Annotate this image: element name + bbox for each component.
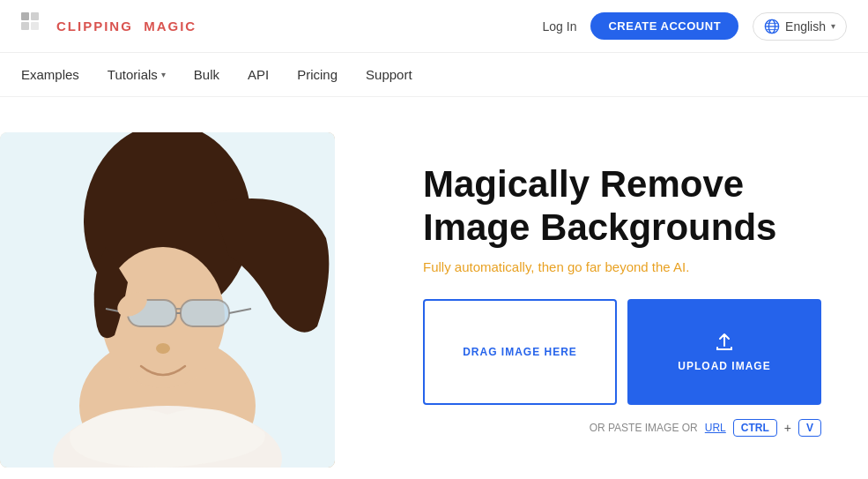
drag-drop-label: DRAG IMAGE HERE — [463, 346, 577, 358]
globe-icon — [764, 19, 780, 34]
svg-rect-1 — [31, 12, 39, 20]
paste-url-link[interactable]: URL — [705, 422, 726, 434]
login-link[interactable]: Log In — [543, 19, 577, 34]
logo[interactable]: CLIPPING MAGIC — [21, 12, 197, 41]
language-selector[interactable]: English ▾ — [753, 12, 847, 41]
hero-title-line1: Magically Remove — [423, 163, 744, 205]
hero-content: Magically Remove Image Backgrounds Fully… — [370, 163, 821, 437]
svg-rect-2 — [21, 22, 29, 30]
logo-icon — [21, 12, 49, 41]
svg-rect-15 — [181, 300, 229, 326]
hero-image-area — [0, 132, 370, 468]
tutorials-dropdown-icon: ▾ — [161, 70, 166, 79]
nav-label-bulk: Bulk — [194, 67, 219, 82]
logo-text-main: CLIPPING — [56, 19, 133, 34]
hero-person-image — [0, 132, 335, 468]
hero-title-line2: Image Backgrounds — [423, 206, 776, 248]
nav-label-api: API — [248, 67, 269, 82]
hero-title: Magically Remove Image Backgrounds — [423, 163, 821, 249]
nav-label-tutorials: Tutorials — [108, 67, 158, 82]
hero-section: Magically Remove Image Backgrounds Fully… — [0, 97, 868, 479]
logo-text-accent: MAGIC — [144, 19, 197, 34]
svg-rect-0 — [21, 12, 29, 20]
header-right: Log In CREATE ACCOUNT English ▾ — [543, 12, 847, 41]
upload-button-label: UPLOAD IMAGE — [678, 360, 770, 372]
nav: Examples Tutorials ▾ Bulk API Pricing Su… — [0, 53, 868, 97]
plus-sign: + — [784, 421, 791, 435]
hero-subtitle: Fully automatically, then go far beyond … — [423, 259, 821, 274]
nav-label-examples: Examples — [21, 67, 79, 82]
logo-text: CLIPPING MAGIC — [56, 19, 197, 34]
upload-area: DRAG IMAGE HERE UPLOAD IMAGE — [423, 299, 821, 405]
paste-text: OR PASTE IMAGE OR — [590, 422, 698, 434]
upload-image-button[interactable]: UPLOAD IMAGE — [627, 299, 821, 405]
nav-item-support[interactable]: Support — [366, 67, 412, 82]
svg-point-20 — [156, 343, 170, 354]
v-key: V — [798, 419, 821, 437]
nav-item-api[interactable]: API — [248, 67, 269, 82]
nav-label-support: Support — [366, 67, 412, 82]
svg-rect-3 — [31, 22, 39, 30]
paste-area: OR PASTE IMAGE OR URL CTRL + V — [423, 419, 821, 437]
nav-item-pricing[interactable]: Pricing — [297, 67, 338, 82]
nav-item-tutorials[interactable]: Tutorials ▾ — [108, 67, 166, 82]
nav-item-examples[interactable]: Examples — [21, 67, 79, 82]
upload-icon — [714, 332, 735, 353]
ctrl-key: CTRL — [733, 419, 777, 437]
header: CLIPPING MAGIC Log In CREATE ACCOUNT Eng… — [0, 0, 868, 53]
drag-drop-box[interactable]: DRAG IMAGE HERE — [423, 299, 617, 405]
nav-item-bulk[interactable]: Bulk — [194, 67, 219, 82]
hero-svg — [0, 132, 335, 468]
chevron-down-icon: ▾ — [831, 21, 835, 31]
create-account-button[interactable]: CREATE ACCOUNT — [590, 12, 738, 40]
nav-label-pricing: Pricing — [297, 67, 338, 82]
language-label: English — [785, 19, 826, 34]
